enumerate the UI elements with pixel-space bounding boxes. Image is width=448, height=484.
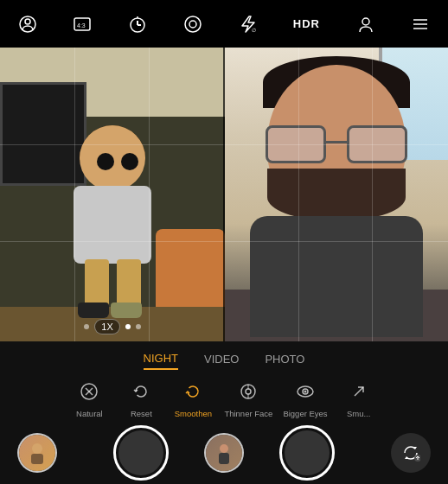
thinner-face-label: Thinner Face (224, 409, 272, 418)
smu-icon (344, 377, 374, 406)
svg-rect-28 (219, 453, 229, 464)
person-subject (250, 56, 423, 333)
left-thumbnail[interactable] (17, 433, 57, 473)
timer-icon[interactable] (128, 15, 147, 34)
dot-1 (84, 324, 89, 329)
glasses (266, 125, 407, 169)
svg-point-24 (304, 391, 306, 393)
aspect-ratio-icon[interactable]: 4:3 (73, 15, 92, 34)
svg-point-8 (185, 16, 201, 32)
smoothen-label: Smoothen (175, 409, 212, 418)
front-thumbnail-image (206, 435, 242, 471)
bottom-controls: NIGHT VIDEO PHOTO Natural Reset (0, 341, 448, 484)
svg-point-11 (362, 18, 369, 25)
dot-3 (125, 324, 131, 329)
thumbnail-image (19, 435, 55, 471)
right-front-thumbnail[interactable] (204, 433, 244, 473)
filter-natural[interactable]: Natural (68, 377, 110, 418)
svg-point-27 (220, 444, 228, 453)
toy-subject (61, 125, 164, 324)
camera-circle-icon[interactable] (183, 15, 202, 34)
svg-rect-26 (31, 454, 43, 464)
reset-icon (126, 377, 156, 406)
right-shutter-button[interactable] (279, 425, 335, 481)
filter-smoothen[interactable]: Smoothen (172, 377, 214, 418)
hdr-label[interactable]: HDR (293, 17, 320, 30)
smoothen-icon (178, 377, 208, 406)
natural-icon (74, 377, 104, 406)
svg-point-25 (32, 443, 42, 454)
person-profile-icon[interactable] (356, 15, 375, 34)
menu-icon[interactable] (411, 15, 430, 34)
svg-text:∅: ∅ (252, 28, 256, 33)
right-camera-view[interactable] (225, 48, 448, 341)
filter-bigger-eyes[interactable]: Bigger Eyes (283, 377, 327, 418)
filter-reset[interactable]: Reset (120, 377, 162, 418)
svg-point-1 (25, 19, 30, 24)
smu-label: Smu... (347, 409, 370, 418)
reset-label: Reset (131, 409, 152, 418)
filter-thinner-face[interactable]: Thinner Face (224, 377, 272, 418)
flip-camera-button[interactable] (391, 433, 431, 473)
flash-icon[interactable]: ∅ (238, 15, 257, 34)
dot-4 (136, 324, 141, 329)
svg-point-9 (189, 21, 196, 28)
filter-smu[interactable]: Smu... (338, 377, 380, 418)
filter-row: Natural Reset Smoothen (0, 370, 448, 418)
svg-text:4:3: 4:3 (77, 22, 86, 29)
bigger-eyes-icon (291, 377, 320, 406)
mode-tabs: NIGHT VIDEO PHOTO (0, 341, 448, 370)
thinner-face-icon (234, 377, 263, 406)
camera-divider (223, 48, 225, 341)
tab-video[interactable]: VIDEO (204, 353, 239, 369)
shutter-row (0, 425, 448, 481)
left-camera-view[interactable]: 1X (0, 48, 225, 341)
zoom-badge[interactable]: 1X (94, 319, 119, 334)
left-shutter-button[interactable] (113, 425, 169, 481)
svg-point-19 (246, 389, 251, 394)
portrait-icon[interactable] (18, 15, 37, 34)
zoom-indicators: 1X (0, 319, 225, 334)
natural-label: Natural (76, 409, 103, 418)
bigger-eyes-label: Bigger Eyes (283, 409, 327, 418)
tab-night[interactable]: NIGHT (144, 352, 178, 370)
shutter-inner (118, 430, 163, 475)
tab-photo[interactable]: PHOTO (265, 353, 304, 369)
shutter-inner-right (285, 430, 330, 475)
top-bar: 4:3 ∅ HDR (0, 0, 448, 48)
